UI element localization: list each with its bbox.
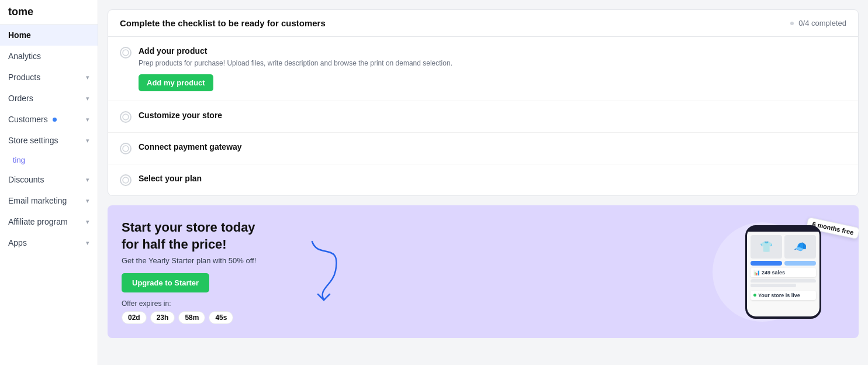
phone-mockup: 👕 🧢 📊 249 sales xyxy=(745,225,821,319)
phone-mockup-wrapper: 6 months free 👕 🧢 📊 249 sales xyxy=(745,225,845,319)
promo-banner: Start your store todayfor half the price… xyxy=(108,205,859,338)
checklist-item-customize-store-title: Customize your store xyxy=(139,111,846,120)
checklist-header: Complete the checklist to be ready for c… xyxy=(108,10,858,37)
checklist-item-add-product-desc: Prep products for purchase! Upload files… xyxy=(139,58,846,68)
sidebar-item-home[interactable]: Home xyxy=(0,25,98,46)
stats-text: 249 sales xyxy=(762,270,785,276)
add-product-button[interactable]: Add my product xyxy=(139,74,213,91)
phone-btn-1 xyxy=(751,261,782,266)
live-dot xyxy=(753,294,756,297)
checklist-title: Complete the checklist to be ready for c… xyxy=(120,18,326,28)
phone-product-2: 🧢 xyxy=(784,235,816,259)
check-circle-icon xyxy=(120,111,132,123)
chevron-down-icon: ▾ xyxy=(86,218,89,226)
chevron-down-icon: ▾ xyxy=(86,137,89,144)
arrow-decoration xyxy=(306,236,365,308)
promo-content-left: Start your store todayfor half the price… xyxy=(122,219,256,324)
chevron-down-icon: ▾ xyxy=(86,116,89,123)
timer-minutes: 58m xyxy=(178,311,205,324)
promo-timer-label: Offer expires in: xyxy=(122,299,256,308)
phone-btn-2 xyxy=(784,261,816,266)
checklist-item-connect-payment-content: Connect payment gateway xyxy=(139,142,846,154)
sidebar-item-products[interactable]: Products ▾ xyxy=(0,67,98,88)
promo-title: Start your store todayfor half the price… xyxy=(122,219,256,253)
sidebar-item-analytics-label: Analytics xyxy=(8,51,41,61)
bar-chart-icon: 📊 xyxy=(753,270,760,276)
checklist-item-add-product-title: Add your product xyxy=(139,46,846,56)
sidebar-item-apps-label: Apps xyxy=(8,238,27,247)
chevron-down-icon: ▾ xyxy=(86,176,89,184)
timer-seconds: 45s xyxy=(209,311,233,324)
svg-point-2 xyxy=(123,146,129,151)
checklist-item-add-product: Add your product Prep products for purch… xyxy=(108,37,858,101)
notification-badge xyxy=(53,118,57,122)
check-circle-icon xyxy=(120,143,132,154)
checklist-item-customize-store: Customize your store xyxy=(108,101,858,133)
sidebar-item-store-settings-label: Store settings xyxy=(8,136,58,145)
checklist-item-connect-payment-title: Connect payment gateway xyxy=(139,142,846,151)
phone-cta-buttons xyxy=(751,261,816,266)
chevron-down-icon: ▾ xyxy=(86,197,89,205)
phone-product-1: 👕 xyxy=(751,235,782,259)
phone-notch xyxy=(772,227,795,232)
chevron-down-icon: ▾ xyxy=(86,74,89,81)
svg-point-3 xyxy=(123,177,129,183)
sidebar-item-discounts[interactable]: Discounts ▾ xyxy=(0,169,98,190)
checklist-item-connect-payment: Connect payment gateway xyxy=(108,133,858,164)
chevron-down-icon: ▾ xyxy=(86,95,89,102)
sidebar-item-email-marketing[interactable]: Email marketing ▾ xyxy=(0,190,98,211)
main-content: Complete the checklist to be ready for c… xyxy=(98,0,868,365)
checklist-progress-text: 0/4 completed xyxy=(798,19,846,27)
sidebar-item-orders[interactable]: Orders ▾ xyxy=(0,88,98,109)
checklist-card: Complete the checklist to be ready for c… xyxy=(108,9,859,196)
phone-live-badge: Your store is live xyxy=(751,291,816,300)
sidebar-item-store-settings[interactable]: Store settings ▾ xyxy=(0,130,98,151)
sidebar: tome Home Analytics Products ▾ Orders ▾ … xyxy=(0,0,98,365)
sidebar-item-home-label: Home xyxy=(8,30,31,40)
checklist-item-select-plan: Select your plan xyxy=(108,164,858,195)
chevron-down-icon: ▾ xyxy=(86,239,89,247)
promo-timer: 02d 23h 58m 45s xyxy=(122,311,256,324)
timer-days: 02d xyxy=(122,311,147,324)
sidebar-sub-item-ting[interactable]: ting xyxy=(0,151,98,169)
sidebar-item-email-marketing-label: Email marketing xyxy=(8,196,67,205)
sidebar-item-orders-label: Orders xyxy=(8,94,33,103)
checklist-item-select-plan-title: Select your plan xyxy=(139,174,846,183)
checklist-item-add-product-content: Add your product Prep products for purch… xyxy=(139,46,846,91)
live-text: Your store is live xyxy=(758,292,800,298)
sidebar-item-analytics[interactable]: Analytics xyxy=(0,46,98,67)
phone-stats-badge: 📊 249 sales xyxy=(751,268,816,277)
sidebar-item-affiliate-program-label: Affiliate program xyxy=(8,217,68,226)
svg-point-1 xyxy=(123,114,129,120)
check-circle-icon xyxy=(120,47,132,58)
timer-hours: 23h xyxy=(150,311,175,324)
sidebar-item-customers[interactable]: Customers ▾ xyxy=(0,109,98,130)
sidebar-item-apps[interactable]: Apps ▾ xyxy=(0,232,98,253)
app-logo: tome xyxy=(0,0,98,25)
svg-point-0 xyxy=(123,50,129,56)
sidebar-item-products-label: Products xyxy=(8,73,40,82)
phone-products-grid: 👕 🧢 xyxy=(751,235,816,259)
promo-subtitle: Get the Yearly Starter plan with 50% off… xyxy=(122,256,256,265)
upgrade-button[interactable]: Upgrade to Starter xyxy=(122,273,209,292)
check-circle-icon xyxy=(120,174,132,186)
sidebar-item-discounts-label: Discounts xyxy=(8,175,44,184)
checklist-item-select-plan-content: Select your plan xyxy=(139,174,846,185)
progress-dot xyxy=(790,22,794,25)
sidebar-item-customers-label: Customers xyxy=(8,115,48,124)
checklist-item-customize-store-content: Customize your store xyxy=(139,111,846,122)
phone-screen: 👕 🧢 📊 249 sales xyxy=(747,232,819,316)
sidebar-item-affiliate-program[interactable]: Affiliate program ▾ xyxy=(0,211,98,232)
